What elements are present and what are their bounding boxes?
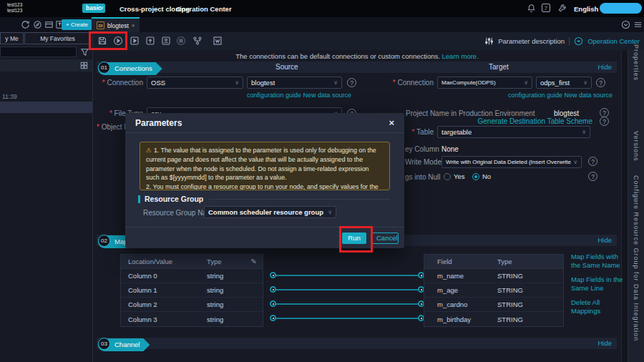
tab-configure-resource-group[interactable]: Configure Resource Group for Data Integr… <box>633 175 640 341</box>
table-row[interactable]: Column 1string <box>121 283 263 298</box>
collapse-chevron-icon[interactable] <box>621 20 630 29</box>
configuration-guide-link[interactable]: configuration guide <box>247 92 301 99</box>
table-row[interactable]: m_cardnoSTRING <box>424 298 563 312</box>
map-same-line-link[interactable]: Map Fields in the Same Line <box>571 275 628 293</box>
mapping-port[interactable] <box>270 300 276 307</box>
sidebar-tab-by-me[interactable]: y Me <box>0 32 24 44</box>
source-table-header: Location/Value Type ✎ <box>121 255 263 269</box>
run-icon[interactable] <box>113 36 123 46</box>
section-connections-number: 01 <box>98 62 110 74</box>
edit-pencil-icon[interactable]: ✎ <box>251 258 257 265</box>
project-name-label: Project Name in Production Environment <box>406 109 535 117</box>
table-row[interactable]: Column 2string <box>121 298 263 312</box>
save-icon[interactable] <box>97 36 107 46</box>
grid-view-icon[interactable] <box>79 61 89 70</box>
app-window: test123 test123 basic ∨ Cross-project cl… <box>0 0 644 362</box>
dialog-header: Parameters × <box>125 113 404 133</box>
mapping-port[interactable] <box>270 286 276 293</box>
warning-box: ⚠1. The value that is assigned to the pa… <box>140 142 390 190</box>
sidebar-search-input[interactable] <box>0 47 77 57</box>
resource-group-heading: Resource Group <box>138 195 390 203</box>
sidebar-tab-my-favorites[interactable]: My Favorites <box>24 32 91 44</box>
help-icon[interactable]: ? <box>600 117 609 126</box>
warning-line-2: 2. You must configure a resource group t… <box>146 182 384 190</box>
heading-accent-bar <box>138 195 140 203</box>
chevron-down-icon[interactable]: ∨ <box>100 5 104 11</box>
mapping-connector <box>273 275 421 276</box>
template-icon[interactable] <box>213 36 223 46</box>
top-bar: test123 test123 basic ∨ Cross-project cl… <box>0 0 644 17</box>
target-table-header: Field Type <box>424 255 563 269</box>
tab-close-icon[interactable]: × <box>132 22 135 29</box>
submit-icon[interactable] <box>145 36 155 46</box>
hide-mappings-link[interactable]: Hide <box>597 236 612 244</box>
selected-list-item[interactable] <box>0 102 92 113</box>
account-pill[interactable] <box>600 3 642 14</box>
list-item-timestamp: 11:39 <box>2 93 17 100</box>
table-row[interactable]: Column 0string <box>121 269 263 283</box>
help-icon[interactable]: ? <box>347 78 356 87</box>
radio-no-group[interactable]: No <box>472 172 491 180</box>
section-connections-badge[interactable]: Connections 01 <box>98 61 162 74</box>
panel-icon[interactable] <box>44 20 54 29</box>
new-data-source-link[interactable]: New data source <box>565 92 613 99</box>
delete-all-mappings-link[interactable]: Delete All Mappings <box>571 298 628 315</box>
compass-icon[interactable] <box>33 20 42 29</box>
section-channel-header: Channel 03 Hide <box>97 338 617 349</box>
section-channel-badge[interactable]: Channel 03 <box>98 337 150 350</box>
configuration-guide-link[interactable]: configuration guide <box>508 92 562 99</box>
wrench-icon[interactable] <box>557 4 567 13</box>
menu-icon[interactable] <box>633 20 643 29</box>
refresh-icon[interactable] <box>21 20 30 29</box>
calendar-icon[interactable]: 7 <box>542 4 550 12</box>
table-row[interactable]: Column 3string <box>121 312 263 326</box>
table-row[interactable]: m_nameSTRING <box>424 269 563 283</box>
resource-group-select[interactable]: Common scheduler resource group ∨ <box>204 206 336 218</box>
warning-line-1: ⚠1. The value that is assigned to the pa… <box>146 146 384 182</box>
help-icon[interactable]: ? <box>596 78 605 87</box>
target-connection-name-select[interactable]: odps_first∨ <box>536 77 592 89</box>
radio-yes[interactable] <box>444 173 451 180</box>
section-connections-header: Connections 01 Source Target Hide <box>97 62 617 73</box>
table-row[interactable]: m_birthdaySTRING <box>424 312 563 326</box>
hide-channel-link[interactable]: Hide <box>597 339 612 347</box>
source-connection-name-select[interactable]: blogtest∨ <box>247 77 342 89</box>
strings-into-null-label: gs into Null <box>405 173 440 181</box>
table-select[interactable]: targetable∨ <box>437 126 590 138</box>
owner-icon[interactable] <box>161 36 171 46</box>
create-button[interactable]: + Create <box>62 19 92 30</box>
hide-connections-link[interactable]: Hide <box>597 63 612 71</box>
dialog-title: Parameters <box>135 118 182 128</box>
chevron-down-icon: ∨ <box>582 129 586 135</box>
workflow-icon[interactable] <box>192 36 203 46</box>
tab-properties[interactable]: Properties <box>633 44 640 81</box>
radio-no-selected[interactable] <box>472 173 479 180</box>
learn-more-link[interactable]: Learn more. <box>442 52 479 60</box>
tab-blogtest[interactable]: DI blogtest × <box>92 17 140 32</box>
cancel-button[interactable]: Cancel <box>371 233 399 244</box>
key-column-label: ey Column <box>405 145 439 153</box>
parameter-description-link[interactable]: Parameter description <box>498 37 565 45</box>
table-row[interactable]: m_ageSTRING <box>424 283 563 298</box>
run-with-parameters-icon[interactable] <box>130 36 140 46</box>
language-selector[interactable]: English <box>574 5 598 13</box>
bell-icon[interactable] <box>527 4 536 13</box>
map-same-name-link[interactable]: Map Fields with the Same Name <box>571 253 628 270</box>
divider <box>569 37 570 45</box>
source-connection-type-select[interactable]: OSS∨ <box>147 77 243 89</box>
tab-versions[interactable]: Versions <box>633 131 640 162</box>
mapping-port[interactable] <box>270 315 276 321</box>
menu-operation-center[interactable]: Operation Center <box>176 5 232 13</box>
close-icon[interactable]: × <box>389 117 394 128</box>
toolbar-right: Parameter description Operation Center <box>484 32 640 50</box>
target-connection-type-select[interactable]: MaxCompute(ODPS)∨ <box>437 77 532 89</box>
key-column-value: None <box>441 145 459 153</box>
write-mode-select[interactable]: Write with Original Data Deleted (Insert… <box>441 156 582 168</box>
radio-yes-group[interactable]: Yes <box>444 172 465 180</box>
run-button[interactable]: Run <box>342 233 366 244</box>
help-icon[interactable]: ? <box>588 157 597 166</box>
new-data-source-link[interactable]: New data source <box>303 92 352 99</box>
filter-icon[interactable] <box>80 47 89 57</box>
mapping-port[interactable] <box>270 272 276 278</box>
help-icon[interactable]: ? <box>588 172 597 181</box>
